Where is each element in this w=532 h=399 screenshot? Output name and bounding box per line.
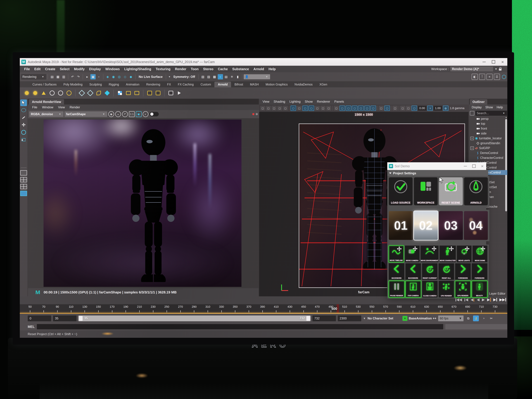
selection-set-field[interactable]: 👤▼	[244, 74, 270, 79]
renderview-menu-file[interactable]: File	[30, 105, 40, 109]
ao-icon[interactable]: ▢	[364, 106, 370, 111]
demo-button-foreward[interactable]: FOREWARD	[472, 263, 488, 280]
menu-cache[interactable]: Cache	[215, 67, 230, 71]
workspace-selector[interactable]: Workspace : Render Demo (A)* ▼	[431, 66, 501, 72]
select-tool[interactable]	[20, 100, 27, 106]
one-to-one-icon[interactable]: 1:1	[129, 111, 135, 117]
shelf-tab-rigging[interactable]: Rigging	[105, 82, 122, 87]
range-start-handle[interactable]	[79, 316, 82, 321]
project-settings-section-header[interactable]: Project Settings	[387, 170, 488, 176]
outliner-item-SolGRP[interactable]: +SolGRP	[469, 146, 507, 151]
resolution-gate-icon[interactable]: ▢	[302, 106, 308, 111]
safe-title-icon[interactable]: ▢	[326, 106, 331, 111]
crop-region-icon[interactable]: ▣	[136, 111, 142, 117]
environment-thumb-02[interactable]: 02	[414, 211, 438, 240]
demo-button-move-camera[interactable]: MOVE CAMERA	[405, 245, 420, 262]
shelf-tab-nvidiademos[interactable]: NvidiaDemos	[291, 82, 316, 87]
menu-arnold[interactable]: Arnold	[251, 67, 266, 71]
outliner-menu-display[interactable]: Display	[470, 106, 483, 109]
mesh-light-icon[interactable]	[57, 89, 64, 97]
demo-button-move-environment[interactable]: MOVE ENVIRONMENT	[420, 245, 439, 262]
ipr-render-icon[interactable]: ▨	[206, 74, 211, 79]
exposure-field[interactable]: 0.00	[418, 106, 427, 111]
menu-create[interactable]: Create	[43, 67, 57, 71]
expand-icon[interactable]: +	[470, 137, 474, 140]
menu-file[interactable]: File	[22, 67, 32, 71]
scale-tool[interactable]	[20, 136, 27, 143]
minimize-button[interactable]	[482, 62, 486, 62]
outliner-item-front[interactable]: front	[469, 126, 507, 131]
fps-dropdown[interactable]: 60 fps▼	[438, 316, 463, 321]
environment-thumb-03[interactable]: 03	[439, 211, 463, 240]
character-set-dropdown[interactable]: No Character Set	[367, 316, 401, 321]
undo-arrow-icon[interactable]: ↶	[122, 111, 128, 117]
render-settings-icon[interactable]: ▩	[212, 74, 217, 79]
lasso-tool[interactable]	[20, 107, 27, 114]
redo-icon[interactable]: ↷	[76, 74, 81, 79]
search-input[interactable]: Search...▼	[475, 111, 507, 116]
camera-attrs-icon[interactable]: ▢	[272, 106, 277, 111]
character-controls-icon[interactable]: ᛏ	[479, 74, 485, 80]
shelf-tab-custom[interactable]: Custom	[197, 82, 214, 87]
demo-button-move-dome[interactable]: MOVE DOME	[472, 245, 488, 262]
outliner-menu-show[interactable]: Show	[484, 106, 494, 109]
anim-layer-icon[interactable]: ▼	[402, 316, 407, 321]
render-play-icon[interactable]	[176, 89, 183, 97]
playback-options-icon[interactable]: ◔	[481, 316, 487, 321]
renderview-menu-view[interactable]: View	[56, 105, 67, 109]
layout-single-pane[interactable]	[20, 170, 27, 176]
demo-button-close-camera[interactable]: CLOSE CAMERA	[422, 281, 438, 298]
gate-mask-icon[interactable]: ▢	[309, 106, 314, 111]
aperture-icon[interactable]: ◉	[108, 111, 114, 117]
demo-button-reset-current[interactable]: RESET CURRENT	[422, 263, 438, 280]
joints-xray-icon[interactable]: ▢	[384, 106, 390, 111]
outliner-menu-help[interactable]: Help	[495, 106, 504, 109]
outliner-item-DemoControl[interactable]: DemoControl	[469, 151, 507, 155]
selection-box-icon[interactable]	[470, 111, 474, 115]
select-hierarchy-icon[interactable]: ▸	[85, 74, 90, 79]
texture-checker-icon[interactable]	[116, 89, 124, 97]
channel-box-icon[interactable]: ≡	[487, 74, 493, 80]
animation-end-field[interactable]: 2300	[338, 316, 361, 321]
spot-light-icon[interactable]	[40, 89, 47, 97]
sol-demo-titlebar[interactable]: M Sol Demo ×	[387, 162, 486, 170]
save-scene-icon[interactable]: ▥	[61, 74, 66, 79]
wireframe-icon[interactable]: ▢	[334, 106, 339, 111]
viewport-menu-shading[interactable]: Shading	[272, 100, 287, 103]
gamma-field[interactable]: 1.00	[433, 106, 442, 111]
paint-effects-icon[interactable]: ✳	[229, 74, 234, 79]
shelf-tab-sculpting[interactable]: Sculpting	[86, 82, 105, 87]
range-end-handle[interactable]	[306, 316, 310, 321]
snap-grid-icon[interactable]: ◈	[105, 74, 110, 79]
sol-button-load-source[interactable]: LOAD SOURCE	[389, 177, 413, 205]
range-slider[interactable]: 35 732	[78, 316, 310, 321]
pause-icon[interactable]: ▮	[235, 74, 241, 79]
menu-texturing[interactable]: Texturing	[153, 67, 173, 71]
select-object-icon[interactable]: ▣	[90, 74, 96, 79]
demo-button-beauty[interactable]: BEAUTY	[472, 281, 488, 298]
attribute-editor-icon[interactable]: ☰	[494, 74, 500, 80]
standin-icon[interactable]	[78, 89, 85, 97]
demo-button-cpu-render[interactable]: CPU RENDER	[438, 281, 454, 298]
time-slider[interactable]: 5070901101301501701902102302502702903103…	[20, 304, 507, 314]
rotate-tool[interactable]	[20, 129, 27, 136]
viewport-menu-show[interactable]: Show	[303, 100, 315, 103]
viewport-menu-view[interactable]: View	[260, 100, 272, 103]
xray-icon[interactable]: ▢	[379, 106, 384, 111]
menu-select[interactable]: Select	[57, 67, 72, 71]
go-to-end-button[interactable]: ▶▶	[499, 298, 506, 302]
outliner-item-groundStandin[interactable]: groundStandin	[469, 141, 507, 146]
outliner-item-top[interactable]: top	[469, 121, 507, 126]
utility-node-icon[interactable]	[125, 89, 132, 97]
lock-camera-icon[interactable]: ▢	[266, 106, 271, 111]
shelf-tab-mash[interactable]: MASH	[247, 82, 262, 87]
shelf-tab-bifrost[interactable]: Bifrost	[231, 82, 247, 87]
safe-action-icon[interactable]: ▢	[321, 106, 325, 111]
outliner-item-turntable_locator[interactable]: +turntable_locator	[469, 136, 507, 141]
demo-button-far-camera[interactable]: FAR CAMERA	[405, 281, 421, 298]
render-sphere-icon[interactable]: ●	[218, 74, 223, 79]
snapshot-icon[interactable]: ◒	[115, 111, 121, 117]
undo-icon[interactable]: ↶	[70, 74, 75, 79]
maximize-button[interactable]	[472, 165, 476, 168]
menu-windows[interactable]: Windows	[103, 67, 122, 71]
